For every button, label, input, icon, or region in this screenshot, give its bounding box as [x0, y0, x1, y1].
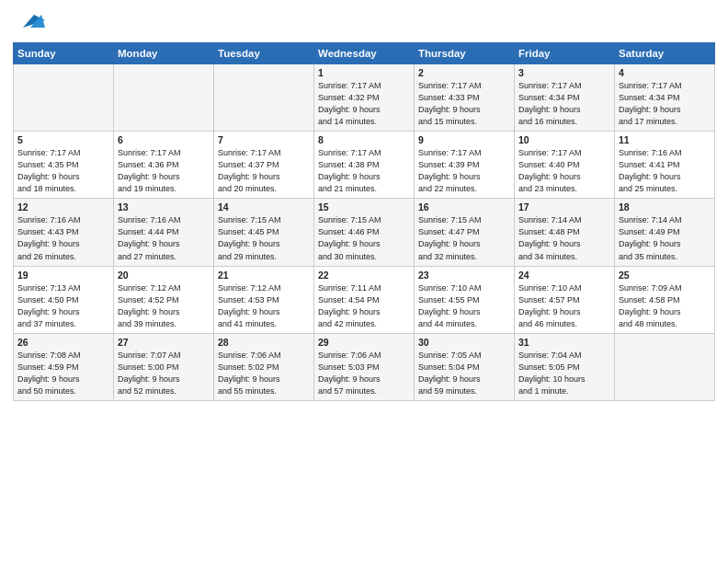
day-number: 13	[118, 201, 210, 213]
calendar-cell	[214, 64, 314, 132]
calendar-cell: 26Sunrise: 7:08 AM Sunset: 4:59 PM Dayli…	[14, 333, 114, 400]
page: SundayMondayTuesdayWednesdayThursdayFrid…	[0, 0, 728, 563]
calendar-cell: 29Sunrise: 7:06 AM Sunset: 5:03 PM Dayli…	[314, 333, 415, 400]
weekday-header-sunday: Sunday	[14, 43, 114, 64]
day-info: Sunrise: 7:10 AM Sunset: 4:57 PM Dayligh…	[518, 282, 610, 330]
calendar-cell: 6Sunrise: 7:17 AM Sunset: 4:36 PM Daylig…	[114, 132, 214, 199]
day-info: Sunrise: 7:17 AM Sunset: 4:37 PM Dayligh…	[218, 147, 310, 195]
weekday-header-friday: Friday	[515, 43, 615, 64]
calendar-cell: 31Sunrise: 7:04 AM Sunset: 5:05 PM Dayli…	[515, 333, 615, 400]
day-number: 18	[619, 201, 711, 213]
calendar-cell: 20Sunrise: 7:12 AM Sunset: 4:52 PM Dayli…	[114, 266, 214, 333]
calendar-cell: 14Sunrise: 7:15 AM Sunset: 4:45 PM Dayli…	[214, 199, 314, 266]
day-info: Sunrise: 7:17 AM Sunset: 4:33 PM Dayligh…	[418, 80, 510, 128]
day-number: 26	[17, 337, 109, 348]
day-number: 21	[218, 270, 310, 281]
day-info: Sunrise: 7:14 AM Sunset: 4:49 PM Dayligh…	[619, 214, 711, 262]
day-info: Sunrise: 7:14 AM Sunset: 4:48 PM Dayligh…	[518, 214, 610, 262]
day-info: Sunrise: 7:07 AM Sunset: 5:00 PM Dayligh…	[118, 350, 210, 397]
calendar-cell: 13Sunrise: 7:16 AM Sunset: 4:44 PM Dayli…	[114, 199, 214, 266]
weekday-header-saturday: Saturday	[615, 43, 715, 64]
day-info: Sunrise: 7:16 AM Sunset: 4:43 PM Dayligh…	[17, 214, 109, 262]
day-number: 16	[418, 201, 510, 213]
day-number: 4	[619, 67, 711, 78]
weekday-header-monday: Monday	[114, 43, 214, 64]
header	[13, 9, 715, 35]
day-info: Sunrise: 7:10 AM Sunset: 4:55 PM Dayligh…	[418, 282, 510, 330]
calendar-cell: 23Sunrise: 7:10 AM Sunset: 4:55 PM Dayli…	[415, 266, 515, 333]
day-number: 1	[318, 67, 410, 78]
calendar-cell	[14, 64, 114, 132]
calendar-cell: 21Sunrise: 7:12 AM Sunset: 4:53 PM Dayli…	[214, 266, 314, 333]
day-number: 25	[619, 270, 711, 281]
day-number: 23	[418, 270, 510, 281]
day-info: Sunrise: 7:13 AM Sunset: 4:50 PM Dayligh…	[17, 282, 109, 330]
calendar-cell: 28Sunrise: 7:06 AM Sunset: 5:02 PM Dayli…	[214, 333, 314, 400]
day-number: 22	[318, 270, 410, 281]
day-info: Sunrise: 7:17 AM Sunset: 4:38 PM Dayligh…	[318, 147, 410, 195]
day-info: Sunrise: 7:17 AM Sunset: 4:35 PM Dayligh…	[17, 147, 109, 195]
day-number: 5	[17, 134, 109, 145]
calendar-cell: 8Sunrise: 7:17 AM Sunset: 4:38 PM Daylig…	[314, 132, 415, 199]
calendar-cell: 1Sunrise: 7:17 AM Sunset: 4:32 PM Daylig…	[314, 64, 415, 132]
day-number: 19	[17, 270, 109, 281]
day-number: 7	[218, 134, 310, 145]
day-number: 24	[518, 270, 610, 281]
day-info: Sunrise: 7:09 AM Sunset: 4:58 PM Dayligh…	[619, 282, 711, 330]
day-number: 28	[218, 337, 310, 348]
calendar-cell: 19Sunrise: 7:13 AM Sunset: 4:50 PM Dayli…	[14, 266, 114, 333]
day-info: Sunrise: 7:16 AM Sunset: 4:41 PM Dayligh…	[619, 147, 711, 195]
week-row-1: 1Sunrise: 7:17 AM Sunset: 4:32 PM Daylig…	[14, 64, 715, 132]
day-info: Sunrise: 7:06 AM Sunset: 5:03 PM Dayligh…	[318, 350, 410, 397]
day-number: 14	[218, 201, 310, 213]
day-info: Sunrise: 7:17 AM Sunset: 4:34 PM Dayligh…	[619, 80, 711, 128]
day-number: 17	[518, 201, 610, 213]
day-info: Sunrise: 7:17 AM Sunset: 4:39 PM Dayligh…	[418, 147, 510, 195]
day-info: Sunrise: 7:05 AM Sunset: 5:04 PM Dayligh…	[418, 350, 510, 397]
calendar-cell: 24Sunrise: 7:10 AM Sunset: 4:57 PM Dayli…	[515, 266, 615, 333]
calendar-cell: 4Sunrise: 7:17 AM Sunset: 4:34 PM Daylig…	[615, 64, 715, 132]
day-number: 6	[118, 134, 210, 145]
day-info: Sunrise: 7:17 AM Sunset: 4:32 PM Dayligh…	[318, 80, 410, 128]
calendar-cell: 18Sunrise: 7:14 AM Sunset: 4:49 PM Dayli…	[615, 199, 715, 266]
day-number: 3	[518, 67, 610, 78]
day-info: Sunrise: 7:06 AM Sunset: 5:02 PM Dayligh…	[218, 350, 310, 397]
day-info: Sunrise: 7:15 AM Sunset: 4:45 PM Dayligh…	[218, 214, 310, 262]
weekday-header-thursday: Thursday	[415, 43, 515, 64]
calendar-cell: 27Sunrise: 7:07 AM Sunset: 5:00 PM Dayli…	[114, 333, 214, 400]
week-row-4: 19Sunrise: 7:13 AM Sunset: 4:50 PM Dayli…	[14, 266, 715, 333]
week-row-2: 5Sunrise: 7:17 AM Sunset: 4:35 PM Daylig…	[14, 132, 715, 199]
calendar-cell: 5Sunrise: 7:17 AM Sunset: 4:35 PM Daylig…	[14, 132, 114, 199]
day-number: 2	[418, 67, 510, 78]
calendar-cell: 17Sunrise: 7:14 AM Sunset: 4:48 PM Dayli…	[515, 199, 615, 266]
calendar-cell: 10Sunrise: 7:17 AM Sunset: 4:40 PM Dayli…	[515, 132, 615, 199]
calendar-cell: 7Sunrise: 7:17 AM Sunset: 4:37 PM Daylig…	[214, 132, 314, 199]
day-number: 15	[318, 201, 410, 213]
day-info: Sunrise: 7:04 AM Sunset: 5:05 PM Dayligh…	[518, 350, 610, 397]
calendar-table: SundayMondayTuesdayWednesdayThursdayFrid…	[13, 42, 715, 401]
calendar-cell: 3Sunrise: 7:17 AM Sunset: 4:34 PM Daylig…	[515, 64, 615, 132]
day-info: Sunrise: 7:12 AM Sunset: 4:52 PM Dayligh…	[118, 282, 210, 330]
calendar-cell: 12Sunrise: 7:16 AM Sunset: 4:43 PM Dayli…	[14, 199, 114, 266]
weekday-header-row: SundayMondayTuesdayWednesdayThursdayFrid…	[14, 43, 715, 64]
day-number: 9	[418, 134, 510, 145]
calendar-cell: 11Sunrise: 7:16 AM Sunset: 4:41 PM Dayli…	[615, 132, 715, 199]
calendar-cell	[114, 64, 214, 132]
weekday-header-tuesday: Tuesday	[214, 43, 314, 64]
day-number: 10	[518, 134, 610, 145]
day-info: Sunrise: 7:15 AM Sunset: 4:47 PM Dayligh…	[418, 214, 510, 262]
calendar-cell: 2Sunrise: 7:17 AM Sunset: 4:33 PM Daylig…	[415, 64, 515, 132]
logo	[13, 9, 45, 35]
day-number: 30	[418, 337, 510, 348]
day-number: 20	[118, 270, 210, 281]
day-info: Sunrise: 7:17 AM Sunset: 4:40 PM Dayligh…	[518, 147, 610, 195]
day-number: 29	[318, 337, 410, 348]
day-number: 31	[518, 337, 610, 348]
day-info: Sunrise: 7:11 AM Sunset: 4:54 PM Dayligh…	[318, 282, 410, 330]
day-info: Sunrise: 7:17 AM Sunset: 4:36 PM Dayligh…	[118, 147, 210, 195]
day-number: 12	[17, 201, 109, 213]
calendar-cell: 15Sunrise: 7:15 AM Sunset: 4:46 PM Dayli…	[314, 199, 415, 266]
day-number: 27	[118, 337, 210, 348]
week-row-3: 12Sunrise: 7:16 AM Sunset: 4:43 PM Dayli…	[14, 199, 715, 266]
day-number: 11	[619, 134, 711, 145]
